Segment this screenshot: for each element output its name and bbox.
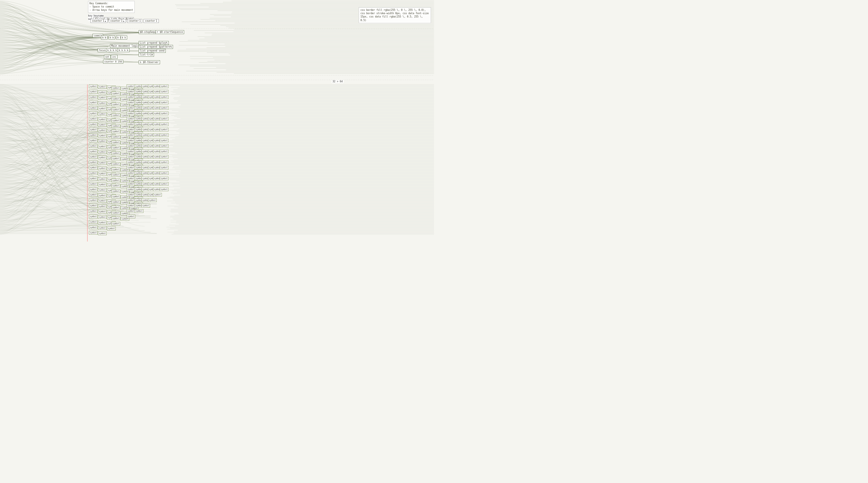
symbol-node[interactable]: symbol bbox=[98, 183, 107, 186]
symbol-node[interactable]: symbol bbox=[98, 193, 107, 197]
symbol-node[interactable]: symbol bbox=[98, 172, 107, 176]
symbol-node[interactable]: symbol bbox=[112, 173, 120, 177]
symbol-node[interactable]: symbol bbox=[89, 182, 98, 186]
symbol-node[interactable]: symbol bbox=[127, 204, 135, 207]
symbol-node[interactable]: symbol bbox=[89, 122, 98, 126]
symbol-node[interactable]: symbol bbox=[127, 101, 135, 104]
counter0-node[interactable]: counter 0 256 bbox=[103, 60, 123, 64]
symbol-node[interactable]: symbol bbox=[160, 171, 168, 175]
symbol-node[interactable]: symbol bbox=[89, 177, 98, 180]
symbol-node[interactable]: symbol bbox=[89, 231, 98, 235]
canvas-area[interactable]: .conn-line { stroke: #6a7a5a; stroke-wid… bbox=[0, 0, 434, 241]
symbol-node[interactable]: symbol bbox=[112, 135, 120, 139]
symbol-node[interactable]: symbol bbox=[127, 84, 135, 88]
symbol-node[interactable]: symbol bbox=[98, 232, 107, 235]
symbol-node[interactable]: symbol bbox=[89, 209, 98, 213]
symbol-node[interactable]: symbol bbox=[112, 189, 120, 193]
counter-up-2[interactable]: ▲ bbox=[123, 20, 124, 22]
symbol-node[interactable]: symbol bbox=[112, 216, 120, 220]
symbol-node[interactable]: symbol bbox=[98, 161, 107, 164]
symbol-node[interactable]: symbol bbox=[112, 124, 120, 128]
symbol-node[interactable]: symbol bbox=[160, 112, 168, 115]
symbol-node[interactable]: symbol bbox=[89, 150, 98, 153]
symbol-node[interactable]: symbol bbox=[89, 199, 98, 202]
symbol-node[interactable]: symbol bbox=[160, 117, 168, 121]
symbol-node[interactable]: symbol bbox=[89, 106, 98, 110]
symbol-node[interactable]: symbol bbox=[98, 210, 107, 213]
symbol-node[interactable]: symbol bbox=[89, 193, 98, 197]
symbol-node[interactable]: symbol bbox=[98, 96, 107, 99]
symbol-node[interactable]: symbol bbox=[112, 97, 120, 101]
symbol-node[interactable]: symbol bbox=[98, 167, 107, 170]
set-node[interactable]: set bbox=[104, 55, 111, 59]
symbol-node[interactable]: symbol bbox=[89, 204, 98, 207]
symbol-node[interactable]: symbol bbox=[89, 112, 98, 115]
list-prepend-pattern-node[interactable]: List prepend $pattern% bbox=[138, 45, 173, 49]
symbol-node[interactable]: symbol bbox=[98, 199, 107, 203]
symbol-node[interactable]: symbol bbox=[160, 122, 168, 126]
symbol-node[interactable]: symbol bbox=[107, 227, 116, 230]
symbol-node[interactable]: symbol bbox=[98, 134, 107, 138]
symbol-node[interactable]: symbol bbox=[160, 166, 168, 170]
symbol-node[interactable]: symbol bbox=[98, 139, 107, 143]
symbol-node[interactable]: symbol bbox=[112, 200, 120, 204]
counter-box-2[interactable]: counter 1 ▲ bbox=[109, 19, 126, 23]
symbol-node[interactable]: symbol bbox=[89, 171, 98, 175]
symbol-node[interactable]: symbol bbox=[112, 102, 120, 106]
counter-up-1[interactable]: ▲ bbox=[105, 20, 106, 22]
symbol-node[interactable]: symbol bbox=[98, 123, 107, 127]
symbol-node[interactable]: symbol bbox=[112, 130, 120, 133]
symbol-node[interactable]: symbol bbox=[89, 95, 98, 99]
counter-box-4[interactable]: counter 1 bbox=[144, 19, 159, 23]
symbol-node[interactable]: symbol bbox=[112, 206, 120, 209]
symbol-node[interactable]: symbol bbox=[98, 85, 107, 89]
symbol-node[interactable]: symbol bbox=[112, 195, 120, 199]
symbol-node[interactable]: symbol bbox=[127, 193, 135, 197]
start-sequence-node[interactable]: r $0-startSequence bbox=[156, 30, 184, 34]
symbol-node[interactable]: symbol bbox=[127, 171, 135, 175]
symbol-node[interactable]: symbol bbox=[98, 156, 107, 159]
symbol-node[interactable]: symbol bbox=[127, 139, 135, 142]
symbol-node[interactable]: symbol bbox=[148, 199, 157, 202]
symbol-node[interactable]: symbol bbox=[112, 113, 120, 117]
symbol-node[interactable]: symbol bbox=[127, 95, 135, 99]
symbol-node[interactable]: symbol bbox=[160, 160, 168, 164]
symbol-node[interactable]: symbol bbox=[112, 162, 120, 166]
symbol-node[interactable]: symbol bbox=[98, 128, 107, 132]
symbol-node[interactable]: symbol bbox=[135, 209, 144, 213]
symbol-node[interactable]: symbol bbox=[127, 90, 135, 93]
symbol-node[interactable]: symbol bbox=[127, 215, 135, 218]
symbol-node[interactable]: symbol bbox=[112, 141, 120, 144]
symbol-node[interactable]: symbol bbox=[98, 118, 107, 121]
tbserver-node[interactable]: s $0-tbserver bbox=[138, 60, 160, 64]
symbol-node[interactable]: symbol bbox=[98, 221, 107, 224]
symbol-node[interactable]: symbol bbox=[127, 133, 135, 137]
symbol-node[interactable]: symbol bbox=[160, 182, 168, 186]
symbol-node[interactable]: symbol bbox=[127, 128, 135, 131]
symbol-node[interactable]: symbol bbox=[127, 150, 135, 153]
counter-box-1[interactable]: counter 1 ▲ bbox=[90, 19, 107, 23]
symbol-node[interactable]: symbol bbox=[89, 84, 98, 88]
symbol-node[interactable]: symbol bbox=[160, 139, 168, 142]
symbol-node[interactable]: symbol bbox=[89, 139, 98, 142]
symbol-node[interactable]: symbol bbox=[153, 193, 162, 197]
list-prepend-send-node[interactable]: list prepend send bbox=[138, 49, 166, 53]
symbol-node[interactable]: symbol bbox=[112, 146, 120, 150]
symbol-node[interactable]: symbol bbox=[98, 90, 107, 94]
symbol-node[interactable]: symbol bbox=[112, 119, 120, 122]
symbol-node[interactable]: symbol bbox=[98, 150, 107, 154]
symbol-node[interactable]: symbol bbox=[127, 187, 135, 191]
symbol-node[interactable]: symbol bbox=[127, 112, 135, 115]
symbol-node[interactable]: symbol bbox=[160, 128, 168, 131]
symbol-node[interactable]: symbol bbox=[112, 179, 120, 182]
bb2-node[interactable]: b b bbox=[108, 36, 115, 39]
symbol-node[interactable]: symbol bbox=[89, 187, 98, 191]
symbol-node[interactable]: symbol bbox=[89, 166, 98, 170]
symbol-node[interactable]: symbol bbox=[89, 128, 98, 131]
inc-node[interactable]: inc bbox=[111, 55, 118, 59]
symbol-node[interactable]: symbol bbox=[89, 90, 98, 93]
symbol-node[interactable]: symbol bbox=[127, 106, 135, 110]
symbol-node[interactable]: symbol bbox=[127, 166, 135, 170]
symbol-node[interactable]: symbol bbox=[89, 160, 98, 164]
symbol-node[interactable]: symbol bbox=[112, 92, 120, 95]
